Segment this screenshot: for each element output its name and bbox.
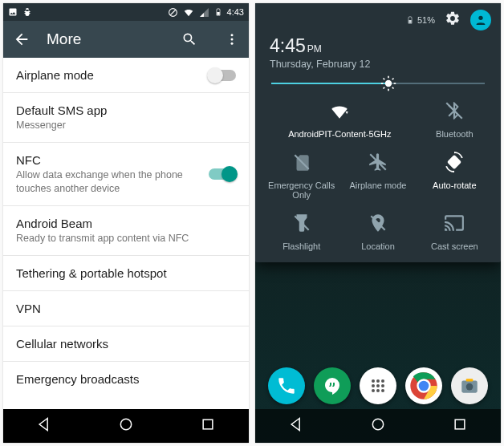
- item-primary: Tethering & portable hotspot: [16, 266, 236, 280]
- dock-apps-icon[interactable]: [360, 367, 396, 404]
- tile-label: Emergency Calls Only: [263, 180, 339, 200]
- item-primary: Android Beam: [16, 217, 236, 230]
- nav-home-icon[interactable]: [118, 416, 134, 436]
- item-airplane-mode[interactable]: Airplane mode: [3, 58, 249, 93]
- status-bar: 4:43: [3, 3, 249, 21]
- battery-icon: [214, 6, 222, 18]
- svg-point-4: [231, 39, 234, 41]
- tile-label: AndroidPIT-Content-5GHz: [288, 129, 391, 139]
- tile-sim[interactable]: Emergency Calls Only: [263, 152, 339, 200]
- tile-location[interactable]: Location: [339, 213, 416, 251]
- svg-rect-23: [447, 155, 461, 169]
- item-primary: NFC: [16, 153, 199, 167]
- svg-line-15: [384, 79, 385, 80]
- navigation-bar: [255, 409, 501, 443]
- wifi-icon: [183, 6, 194, 18]
- item-default-sms[interactable]: Default SMS app Messenger: [3, 93, 249, 143]
- svg-rect-43: [455, 420, 465, 429]
- svg-point-32: [372, 389, 375, 392]
- no-sim-icon: [291, 152, 312, 174]
- item-secondary: Ready to transmit app content via NFC: [16, 232, 236, 245]
- item-cellular[interactable]: Cellular networks: [3, 326, 249, 362]
- item-android-beam[interactable]: Android Beam Ready to transmit app conte…: [3, 206, 249, 256]
- switch-nfc[interactable]: [209, 168, 236, 180]
- brightness-slider[interactable]: [255, 78, 501, 95]
- page-title: More: [47, 30, 81, 48]
- shade-clock: 4:45PM: [270, 35, 486, 57]
- airplane-off-icon: [368, 152, 388, 174]
- tile-label: Flashlight: [282, 241, 320, 251]
- nav-home-icon[interactable]: [370, 416, 386, 436]
- svg-line-18: [392, 79, 394, 80]
- quick-settings-screen: 51% 4:45PM Thursday, February 12: [255, 3, 501, 443]
- item-nfc[interactable]: NFC Allow data exchange when the phone t…: [3, 143, 249, 206]
- tile-airplane[interactable]: Airplane mode: [339, 152, 416, 200]
- brightness-track[interactable]: [271, 83, 485, 84]
- nav-recents-icon[interactable]: [452, 416, 468, 436]
- svg-point-6: [120, 419, 131, 429]
- svg-point-34: [381, 389, 384, 392]
- dock-phone-icon[interactable]: [268, 367, 305, 404]
- app-bar: More: [3, 21, 249, 58]
- shade-clock-block[interactable]: 4:45PM Thursday, February 12: [255, 32, 501, 78]
- tile-label: Location: [361, 241, 395, 251]
- item-emergency-broadcasts[interactable]: Emergency broadcasts: [3, 362, 249, 396]
- location-off-icon: [368, 213, 388, 235]
- svg-point-29: [372, 384, 375, 387]
- battery-indicator[interactable]: 51%: [406, 14, 435, 26]
- svg-point-5: [231, 43, 234, 45]
- switch-airplane[interactable]: [209, 70, 236, 81]
- shade-header: 51%: [255, 3, 501, 32]
- tile-flashlight[interactable]: Flashlight: [263, 213, 339, 251]
- item-primary: Default SMS app: [16, 103, 236, 117]
- svg-point-31: [381, 384, 384, 387]
- search-icon[interactable]: [181, 31, 197, 47]
- tile-label: Airplane mode: [350, 180, 407, 190]
- brightness-thumb-icon[interactable]: [380, 75, 396, 91]
- settings-gear-icon[interactable]: [445, 10, 461, 30]
- bluetooth-off-icon: [444, 100, 465, 123]
- tile-wifi[interactable]: AndroidPIT-Content-5GHz: [263, 100, 417, 139]
- item-primary: VPN: [16, 302, 236, 315]
- tile-label: Auto-rotate: [433, 180, 476, 190]
- svg-point-10: [385, 80, 392, 87]
- svg-line-17: [384, 87, 385, 89]
- auto-rotate-icon: [444, 152, 465, 174]
- user-avatar-icon[interactable]: [470, 10, 491, 30]
- item-secondary: Allow data exchange when the phone touch…: [16, 168, 199, 195]
- svg-rect-41: [466, 379, 474, 381]
- tile-cast[interactable]: Cast screen: [417, 213, 493, 251]
- svg-point-30: [376, 384, 380, 387]
- settings-more-screen: 4:43 More Airplane mode Default SMS app …: [3, 3, 249, 443]
- dock-camera-icon[interactable]: [451, 367, 488, 404]
- item-primary: Airplane mode: [16, 68, 199, 82]
- nav-recents-icon[interactable]: [200, 416, 216, 436]
- do-not-disturb-icon: [168, 7, 178, 18]
- app-dock: [255, 367, 501, 404]
- quick-tiles: AndroidPIT-Content-5GHz Bluetooth Emerge…: [255, 95, 501, 253]
- navigation-bar: [3, 409, 249, 443]
- battery-pct: 51%: [417, 15, 435, 25]
- nav-back-icon[interactable]: [288, 416, 304, 436]
- svg-point-28: [381, 379, 384, 383]
- item-secondary: Messenger: [16, 119, 236, 132]
- overflow-icon[interactable]: [225, 32, 239, 47]
- item-tethering[interactable]: Tethering & portable hotspot: [3, 256, 249, 291]
- item-primary: Emergency broadcasts: [16, 372, 236, 386]
- back-icon[interactable]: [13, 30, 30, 48]
- svg-line-16: [392, 87, 394, 89]
- tile-bluetooth[interactable]: Bluetooth: [417, 100, 493, 139]
- item-vpn[interactable]: VPN: [3, 291, 249, 326]
- cast-icon: [444, 213, 465, 235]
- tile-autorotate[interactable]: Auto-rotate: [417, 152, 493, 200]
- notification-shade: 51% 4:45PM Thursday, February 12: [255, 3, 501, 262]
- item-primary: Cellular networks: [16, 337, 236, 351]
- tile-label: Cast screen: [431, 241, 478, 251]
- svg-marker-19: [346, 112, 348, 114]
- svg-point-33: [376, 389, 380, 392]
- dock-chrome-icon[interactable]: [405, 367, 442, 404]
- bug-icon: [22, 7, 32, 17]
- svg-point-27: [376, 379, 380, 383]
- nav-back-icon[interactable]: [36, 416, 52, 436]
- dock-hangouts-icon[interactable]: [314, 367, 351, 404]
